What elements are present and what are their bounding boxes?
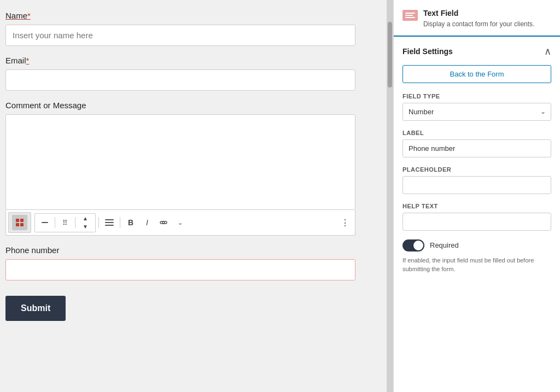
field-type-title: Text Field xyxy=(423,9,551,17)
label-setting-group: LABEL xyxy=(402,130,551,157)
phone-input-wrapper xyxy=(5,259,355,280)
toolbar-up-icon[interactable]: ▲ xyxy=(78,215,93,223)
email-label: Email* xyxy=(5,56,376,65)
field-icon-line-2 xyxy=(405,15,413,16)
field-type-label: FIELD TYPE xyxy=(402,93,551,100)
collapse-icon[interactable]: ∧ xyxy=(544,45,551,57)
field-type-select-wrapper: Number Text Email Phone ⌄ xyxy=(402,103,551,121)
phone-field-group: Phone number xyxy=(5,245,376,280)
toolbar-link-icon[interactable] xyxy=(156,215,171,230)
field-icon-line-3 xyxy=(405,17,415,18)
phone-label: Phone number xyxy=(5,245,376,255)
back-to-form-button[interactable]: Back to the Form xyxy=(402,65,551,83)
toolbar-block-icon[interactable] xyxy=(12,215,27,230)
placeholder-label: PLACEHOLDER xyxy=(402,166,551,173)
placeholder-group: PLACEHOLDER xyxy=(402,166,551,194)
toolbar-minus-icon[interactable] xyxy=(37,215,52,230)
toolbar-chevron-icon[interactable]: ⌄ xyxy=(172,215,188,230)
svg-rect-6 xyxy=(105,222,114,223)
toolbar-bold-icon[interactable]: B xyxy=(123,215,138,230)
svg-rect-2 xyxy=(16,223,19,226)
form-preview-panel: Name* Email* Comment or Message xyxy=(0,0,387,392)
field-icon-line-1 xyxy=(405,13,415,14)
field-type-icon xyxy=(402,10,418,21)
panel-body: Field Settings ∧ Back to the Form FIELD … xyxy=(394,37,560,283)
scrollbar-track[interactable] xyxy=(387,0,393,392)
required-label: Required xyxy=(430,241,459,249)
field-type-info: Text Field Display a contact form for yo… xyxy=(423,9,551,29)
phone-input[interactable] xyxy=(5,259,355,280)
toolbar-divider-2 xyxy=(75,217,75,228)
svg-rect-3 xyxy=(20,223,24,226)
scrollbar-thumb[interactable] xyxy=(388,22,392,87)
editor-toolbar: ⠿ ▲ ▼ B I xyxy=(5,210,355,236)
label-setting-label: LABEL xyxy=(402,130,551,136)
toolbar-more-icon-wrapper: ⋮ xyxy=(337,215,353,230)
name-input[interactable] xyxy=(5,25,355,46)
toolbar-divider-3 xyxy=(98,217,99,228)
toolbar-section-left xyxy=(8,212,31,233)
settings-panel: Text Field Display a contact form for yo… xyxy=(393,0,560,392)
required-toggle[interactable] xyxy=(402,239,424,251)
field-type-select[interactable]: Number Text Email Phone xyxy=(402,103,551,121)
toolbar-italic-icon[interactable]: I xyxy=(139,215,155,230)
field-type-group: FIELD TYPE Number Text Email Phone ⌄ xyxy=(402,93,551,121)
svg-rect-7 xyxy=(105,225,114,226)
comment-textarea[interactable] xyxy=(5,114,355,210)
toolbar-down-icon[interactable]: ▼ xyxy=(78,223,93,231)
toggle-knob xyxy=(413,241,423,250)
toolbar-divider-4 xyxy=(120,217,120,228)
submit-button[interactable]: Submit xyxy=(5,296,66,321)
toolbar-drag-icon[interactable]: ⠿ xyxy=(57,215,73,230)
svg-rect-0 xyxy=(16,219,19,222)
toolbar-align-icon[interactable] xyxy=(102,215,117,230)
textarea-wrapper xyxy=(5,114,355,210)
placeholder-input[interactable] xyxy=(402,176,551,194)
field-icon-lines xyxy=(405,13,415,18)
comment-label: Comment or Message xyxy=(5,101,376,110)
help-text-group: HELP TEXT xyxy=(402,203,551,231)
toolbar-divider-1 xyxy=(55,217,55,228)
name-label: Name* xyxy=(5,11,376,20)
required-hint: If enabled, the input field must be fill… xyxy=(402,256,551,274)
svg-rect-1 xyxy=(20,219,24,222)
field-settings-title: Field Settings xyxy=(402,47,453,56)
toolbar-group-move: ⠿ ▲ ▼ xyxy=(34,213,96,232)
label-setting-input[interactable] xyxy=(402,139,551,157)
required-row: Required xyxy=(402,239,551,251)
help-text-label: HELP TEXT xyxy=(402,203,551,209)
name-field-group: Name* xyxy=(5,11,376,46)
field-settings-header: Field Settings ∧ xyxy=(402,45,551,57)
toolbar-updown-group: ▲ ▼ xyxy=(78,215,93,231)
panel-header-inner: Text Field Display a contact form for yo… xyxy=(394,0,560,36)
comment-field-group: Comment or Message xyxy=(5,101,376,236)
help-text-input[interactable] xyxy=(402,213,551,231)
email-input[interactable] xyxy=(5,69,355,91)
svg-rect-5 xyxy=(105,219,114,220)
toolbar-more-icon[interactable]: ⋮ xyxy=(337,215,353,230)
svg-rect-4 xyxy=(42,222,48,223)
panel-header: Text Field Display a contact form for yo… xyxy=(394,0,560,37)
email-field-group: Email* xyxy=(5,56,376,91)
field-type-desc: Display a contact form for your clients. xyxy=(423,20,551,29)
